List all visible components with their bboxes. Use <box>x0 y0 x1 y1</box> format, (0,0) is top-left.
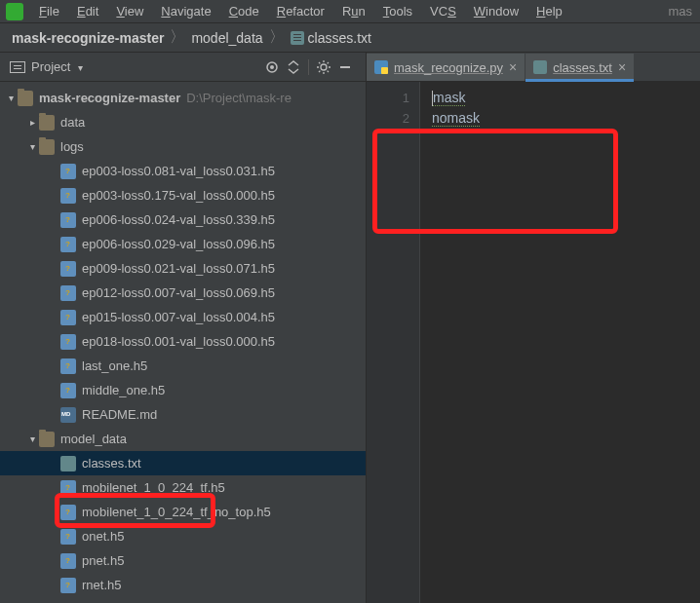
tree-node-label: logs <box>60 139 84 154</box>
project-view-selector[interactable]: Project ▾ <box>31 59 261 74</box>
settings-button[interactable] <box>313 57 334 78</box>
breadcrumb-mid[interactable]: model_data <box>191 30 262 46</box>
tree-file[interactable]: ep003-loss0.175-val_loss0.000.h5 <box>0 183 366 207</box>
breadcrumb: mask-recognize-master 〉 model_data 〉 cla… <box>0 23 700 53</box>
tree-node-label: ep003-loss0.175-val_loss0.000.h5 <box>82 188 275 203</box>
binary-file-icon <box>60 310 76 325</box>
tree-node-label: mask-recognize-master <box>39 91 180 105</box>
tree-file[interactable]: ep006-loss0.029-val_loss0.096.h5 <box>0 232 366 256</box>
markdown-file-icon <box>60 407 76 423</box>
tree-root-path: D:\Project\mask-re <box>186 91 292 105</box>
tree-root[interactable]: ▾mask-recognize-masterD:\Project\mask-re <box>0 86 366 110</box>
expand-all-button[interactable] <box>283 57 304 78</box>
binary-file-icon <box>60 164 76 179</box>
editor[interactable]: 12 masknomask <box>367 82 700 603</box>
folder-icon <box>18 91 33 106</box>
editor-area: mask_recognize.py×classes.txt× 12 maskno… <box>367 53 700 603</box>
tree-node-label: ep012-loss0.007-val_loss0.069.h5 <box>82 285 275 300</box>
tree-node-label: data <box>60 115 85 130</box>
tree-file[interactable]: ep009-loss0.021-val_loss0.071.h5 <box>0 256 366 281</box>
tree-file[interactable]: middle_one.h5 <box>0 378 366 402</box>
tree-folder[interactable]: ▸data <box>0 110 366 134</box>
menu-code[interactable]: Code <box>221 2 267 20</box>
breadcrumb-leaf[interactable]: classes.txt <box>291 30 371 46</box>
line-number: 1 <box>367 88 409 108</box>
chevron-right-icon: 〉 <box>170 27 185 48</box>
tree-node-label: middle_one.h5 <box>82 383 165 397</box>
hide-button[interactable] <box>334 57 356 78</box>
text-file-icon <box>533 60 547 74</box>
tree-node-label: ep009-loss0.021-val_loss0.071.h5 <box>82 261 275 276</box>
tree-node-label: last_one.h5 <box>82 358 147 373</box>
tree-node-label: ep006-loss0.024-val_loss0.339.h5 <box>82 212 275 227</box>
binary-file-icon <box>60 480 76 496</box>
svg-point-1 <box>270 65 274 69</box>
menu-navigate[interactable]: Navigate <box>153 2 218 20</box>
tree-node-label: README.md <box>82 407 157 422</box>
target-icon <box>264 59 280 75</box>
tree-file[interactable]: ep015-loss0.007-val_loss0.004.h5 <box>0 305 366 329</box>
project-tool-window: Project ▾ ▾mask-recognize-masterD:\Proje… <box>0 53 367 603</box>
locate-file-button[interactable] <box>261 57 283 78</box>
chevron-right-icon: 〉 <box>269 27 285 48</box>
project-view-label: Project <box>31 59 70 74</box>
gear-icon <box>316 59 331 75</box>
expand-arrow-icon: ▾ <box>4 93 18 103</box>
code-line[interactable]: mask <box>432 88 700 108</box>
tree-file[interactable]: last_one.h5 <box>0 354 366 378</box>
tree-file[interactable]: onet.h5 <box>0 524 366 548</box>
menu-vcs[interactable]: VCS <box>422 2 464 20</box>
tree-file[interactable]: ep018-loss0.001-val_loss0.000.h5 <box>0 329 366 354</box>
breadcrumb-leaf-label: classes.txt <box>308 30 371 46</box>
close-tab-button[interactable]: × <box>618 59 626 75</box>
menu-help[interactable]: Help <box>528 2 570 20</box>
tree-file[interactable]: pnet.h5 <box>0 548 366 573</box>
tree-node-label: classes.txt <box>82 456 141 471</box>
editor-tab[interactable]: mask_recognize.py× <box>367 54 525 81</box>
project-tree[interactable]: ▾mask-recognize-masterD:\Project\mask-re… <box>0 82 366 603</box>
tree-node-label: ep003-loss0.081-val_loss0.031.h5 <box>82 164 275 178</box>
menu-tools[interactable]: Tools <box>375 2 420 20</box>
expand-arrow-icon: ▸ <box>25 117 39 128</box>
binary-file-icon <box>60 188 76 204</box>
binary-file-icon <box>60 261 76 277</box>
binary-file-icon <box>60 578 76 593</box>
tree-file[interactable]: classes.txt <box>0 451 366 475</box>
menu-run[interactable]: Run <box>334 2 373 20</box>
tree-file[interactable]: mobilenet_1_0_224_tf_no_top.h5 <box>0 500 366 524</box>
tree-file[interactable]: mobilenet_1_0_224_tf.h5 <box>0 475 366 500</box>
tree-file[interactable]: ep003-loss0.081-val_loss0.031.h5 <box>0 159 366 183</box>
project-tool-header: Project ▾ <box>0 53 366 82</box>
tree-node-label: model_data <box>60 432 127 446</box>
code-line[interactable]: nomask <box>432 108 700 129</box>
tree-node-label: onet.h5 <box>82 529 124 544</box>
tree-node-label: ep015-loss0.007-val_loss0.004.h5 <box>82 310 275 324</box>
binary-file-icon <box>60 285 76 301</box>
breadcrumb-root[interactable]: mask-recognize-master <box>12 30 164 46</box>
tree-file[interactable]: ep006-loss0.024-val_loss0.339.h5 <box>0 207 366 232</box>
menu-window[interactable]: Window <box>466 2 526 20</box>
expand-arrow-icon: ▾ <box>25 433 39 444</box>
close-tab-button[interactable]: × <box>509 59 517 75</box>
gutter: 12 <box>367 82 420 603</box>
tree-folder[interactable]: ▾model_data <box>0 427 366 451</box>
tree-file[interactable]: README.md <box>0 402 366 427</box>
binary-file-icon <box>60 237 76 252</box>
binary-file-icon <box>60 529 76 545</box>
tree-file[interactable]: ep012-loss0.007-val_loss0.069.h5 <box>0 281 366 305</box>
tree-file[interactable]: rnet.h5 <box>0 573 366 597</box>
binary-file-icon <box>60 334 76 350</box>
editor-tab[interactable]: classes.txt× <box>525 54 634 81</box>
menu-view[interactable]: View <box>108 2 151 20</box>
tree-node-label: mobilenet_1_0_224_tf.h5 <box>82 480 225 495</box>
expand-arrow-icon: ▾ <box>25 141 39 152</box>
binary-file-icon <box>60 212 76 228</box>
tree-folder[interactable]: ▾logs <box>0 134 366 159</box>
folder-icon <box>39 139 55 155</box>
menu-edit[interactable]: Edit <box>69 2 106 20</box>
tree-node-label: ep018-loss0.001-val_loss0.000.h5 <box>82 334 275 349</box>
code-area[interactable]: masknomask <box>420 82 700 603</box>
svg-rect-3 <box>340 66 350 68</box>
menu-file[interactable]: File <box>31 2 67 20</box>
menu-refactor[interactable]: Refactor <box>269 2 332 20</box>
